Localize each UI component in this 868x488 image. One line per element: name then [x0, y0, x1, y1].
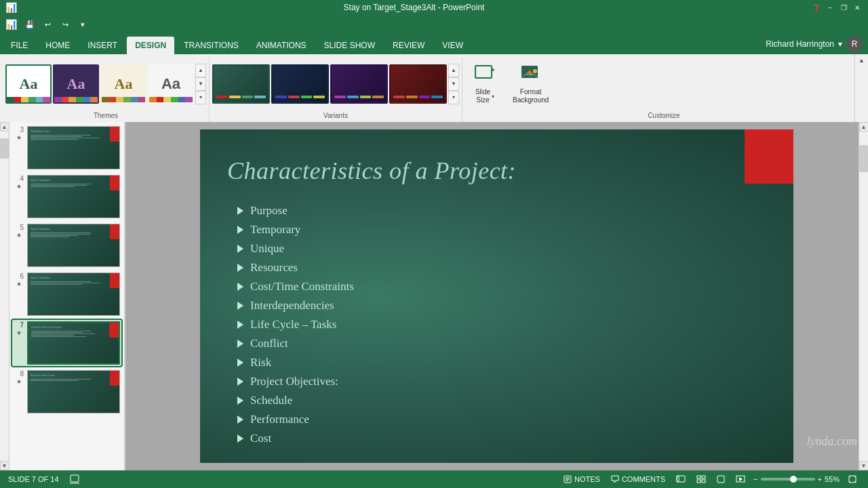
theme-2[interactable]: Aa [53, 64, 99, 104]
variants-scroll-down[interactable]: ▼ [448, 77, 459, 91]
customize-quick-access-button[interactable]: ▾ [75, 17, 90, 32]
slide-scroll-thumb[interactable] [0, 138, 9, 159]
slide-title: Characteristics of a Project: [227, 157, 516, 185]
redo-button[interactable]: ↪ [58, 17, 73, 32]
bullet-text-performance: Performance [250, 413, 309, 426]
slide-red-accent [745, 129, 793, 184]
slide-star-3: ★ [16, 134, 22, 141]
tab-design[interactable]: DESIGN [127, 37, 174, 54]
themes-scroll-down[interactable]: ▼ [195, 77, 206, 91]
variant-2[interactable] [271, 64, 329, 104]
theme-1[interactable]: Aa [5, 64, 52, 104]
canvas-scroll-up[interactable]: ▲ [859, 122, 869, 131]
status-right: NOTES COMMENTS − + 55% [561, 474, 860, 485]
bullet-arrow-6 [237, 302, 243, 310]
tab-transitions[interactable]: TRANSITIONS [176, 37, 247, 54]
slide-size-icon [474, 63, 496, 86]
bullet-arrow-11 [237, 396, 243, 405]
avatar[interactable]: R [846, 36, 863, 52]
reading-view-button[interactable] [714, 474, 728, 485]
notes-button[interactable]: NOTES [561, 474, 603, 485]
zoom-thumb[interactable] [790, 476, 797, 483]
slide-size-button[interactable]: SlideSize ▾ [468, 60, 502, 107]
variant-4[interactable] [389, 64, 447, 104]
variants-scroll-up[interactable]: ▲ [448, 64, 459, 77]
bullet-arrow-12 [237, 415, 243, 424]
fit-slide-button[interactable] [845, 474, 860, 485]
themes-scroll-more[interactable]: ▾ [195, 91, 206, 104]
minimize-button[interactable]: − [825, 2, 835, 13]
slide-item-6[interactable]: 6 ★ Topic Constraints: [12, 271, 121, 317]
slide-scroll-up[interactable]: ▲ [0, 122, 9, 131]
slide-panel-wrapper: ▲ ▼ 3 ★ The Bottom Line: [0, 122, 125, 470]
slideshow-button[interactable] [733, 474, 748, 485]
title-bar: 📊 Stay on Target_Stage3Alt - PowerPoint … [0, 0, 868, 15]
quick-access-toolbar: 📊 💾 ↩ ↪ ▾ [0, 15, 868, 34]
canvas-scroll-thumb[interactable] [859, 145, 868, 172]
themes-scroll: ▲ ▼ ▾ [195, 61, 206, 107]
theme-4[interactable]: Aa [148, 64, 194, 104]
bullet-arrow-1 [237, 207, 243, 215]
bullet-text-lifecycle: Life Cycle – Tasks [250, 318, 336, 331]
account-chevron[interactable]: ▾ [838, 39, 842, 49]
bullet-text-temporary: Temporary [250, 223, 300, 237]
slide-panel: 3 ★ The Bottom Line: [9, 122, 125, 470]
ribbon: FILE HOME INSERT DESIGN TRANSITIONS ANIM… [0, 34, 868, 122]
zoom-slider[interactable] [761, 478, 815, 481]
help-icon[interactable]: ❓ [811, 2, 822, 13]
variants-label: Variants [212, 110, 459, 122]
slide-star-7: ★ [16, 329, 22, 336]
zoom-out-button[interactable]: − [753, 475, 757, 483]
slide-thumb-7[interactable]: Characteristics of a Project: [27, 321, 120, 365]
normal-view-button[interactable] [673, 474, 688, 485]
zoom-level: 55% [825, 475, 840, 483]
tab-review[interactable]: REVIEW [384, 37, 433, 54]
variant-1[interactable] [212, 64, 270, 104]
bullet-objectives: Project Objectives: [237, 375, 354, 388]
tab-home[interactable]: HOME [37, 37, 78, 54]
themes-scroll-up[interactable]: ▲ [195, 64, 206, 77]
tab-slideshow[interactable]: SLIDE SHOW [316, 37, 383, 54]
svg-marker-19 [739, 477, 743, 481]
zoom-in-button[interactable]: + [818, 475, 822, 483]
slide-thumb-6[interactable]: Topic Constraints: [27, 272, 120, 316]
comments-button[interactable]: COMMENTS [608, 474, 668, 485]
slide-item-4[interactable]: 4 ★ Topic Constraints: [12, 174, 121, 220]
slide-thumb-4[interactable]: Topic Constraints: [27, 175, 120, 218]
tab-animations[interactable]: ANIMATIONS [248, 37, 315, 54]
bullet-arrow-9 [237, 359, 243, 367]
slide-number-6: 6 [14, 272, 24, 280]
slide-thumb-5[interactable]: Topic Constraints: [27, 224, 120, 267]
slide-sorter-button[interactable] [694, 474, 709, 485]
slide-info: SLIDE 7 OF 14 [8, 475, 59, 483]
svg-point-4 [533, 69, 537, 73]
svg-rect-15 [697, 480, 701, 483]
variants-scroll-more[interactable]: ▾ [448, 91, 459, 104]
slide-content: Purpose Temporary Unique Resources Cost/… [237, 204, 354, 445]
main-slide[interactable]: Characteristics of a Project: Purpose Te… [200, 129, 793, 463]
slide-thumb-8[interactable]: Project Control Cycle: [27, 370, 120, 413]
tab-file[interactable]: FILE [3, 37, 36, 54]
collapse-ribbon-button[interactable]: ▲ [854, 54, 868, 122]
slide-item-5[interactable]: 5 ★ Topic Constraints: [12, 222, 121, 268]
slide-scroll-down[interactable]: ▼ [0, 461, 9, 470]
undo-button[interactable]: ↩ [40, 17, 55, 32]
bullet-text-interdependencies: Interdependencies [250, 299, 334, 312]
format-background-button[interactable]: FormatBackground [507, 60, 554, 107]
app-icon: 📊 [5, 2, 17, 13]
canvas-scroll-down[interactable]: ▼ [859, 461, 869, 470]
tab-view[interactable]: VIEW [434, 37, 471, 54]
slide-item-8[interactable]: 8 ★ Project Control Cycle: [12, 369, 121, 415]
slide-view-icon[interactable] [70, 474, 79, 484]
slide-thumb-3[interactable]: The Bottom Line: [27, 126, 120, 169]
tab-insert[interactable]: INSERT [79, 37, 125, 54]
variant-3[interactable] [330, 64, 388, 104]
slide-item-7[interactable]: 7 ★ Characteristics of a Project: [12, 320, 121, 366]
close-button[interactable]: ✕ [852, 2, 863, 13]
bullet-text-risk: Risk [250, 356, 271, 369]
bullet-text-cost: Cost [250, 432, 271, 445]
theme-3[interactable]: Aa [100, 64, 146, 104]
restore-button[interactable]: ❐ [838, 2, 849, 13]
save-button[interactable]: 💾 [22, 17, 37, 32]
slide-item-3[interactable]: 3 ★ The Bottom Line: [12, 125, 121, 171]
